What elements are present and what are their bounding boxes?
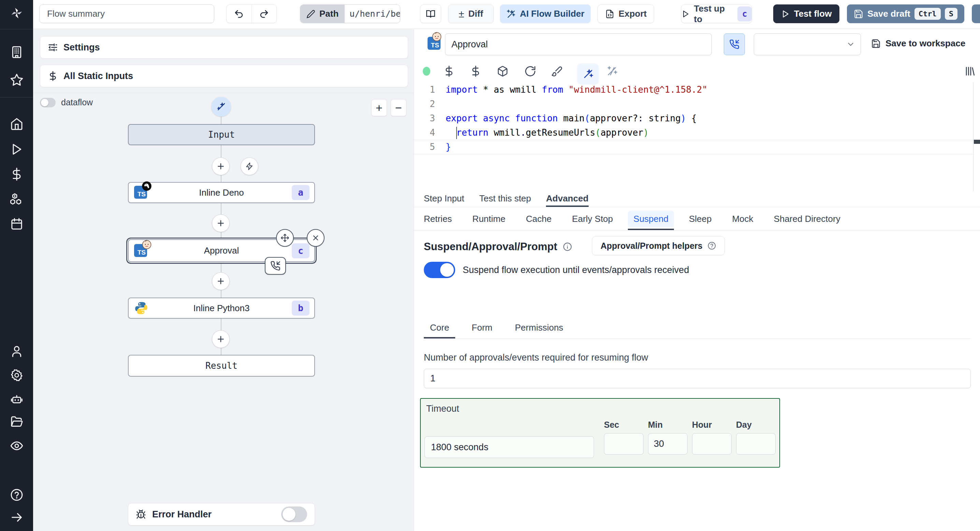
add-step-button[interactable] <box>212 272 230 290</box>
users-person-icon[interactable] <box>10 345 24 358</box>
schedules-calendar-icon[interactable] <box>10 217 24 231</box>
settings-gear-icon[interactable] <box>10 368 24 382</box>
step-name-input[interactable] <box>445 33 712 55</box>
move-icon <box>280 233 290 243</box>
code-line[interactable] <box>445 97 707 111</box>
all-static-inputs-button[interactable]: All Static Inputs <box>40 65 408 87</box>
suspend-subtabs: CoreFormPermissions <box>424 318 971 339</box>
ai-assistant-wand-button[interactable] <box>577 63 599 84</box>
workspace-building-icon[interactable] <box>10 45 24 59</box>
zoom-in-button[interactable]: + <box>371 99 387 116</box>
test-flow-button[interactable]: Test flow <box>773 5 839 23</box>
graph-node-result[interactable]: Result <box>128 355 315 377</box>
docs-book-button[interactable] <box>420 5 441 23</box>
path-value[interactable]: u/henri/bes <box>345 5 400 23</box>
sidebar-divider <box>0 29 33 29</box>
timeout-readable-value[interactable]: 1800 seconds <box>425 436 594 458</box>
ai-graph-wand-button[interactable] <box>211 97 231 117</box>
flow-settings-button[interactable]: Settings <box>40 36 408 59</box>
dataflow-toggle-row: dataflow <box>40 97 93 107</box>
add-step-button[interactable] <box>212 330 230 348</box>
test-up-to-button[interactable]: Test up to c <box>681 5 752 23</box>
ai-flow-builder-button[interactable]: AI Flow Builder <box>500 5 591 23</box>
undo-icon <box>234 9 244 19</box>
package-icon[interactable] <box>497 65 508 77</box>
approval-prompt-helpers-button[interactable]: Approval/Prompt helpers <box>592 236 725 255</box>
delete-step-button[interactable] <box>307 229 325 247</box>
lsp-status-dot <box>423 67 430 76</box>
phone-incoming-icon <box>729 39 740 49</box>
folders-icon[interactable] <box>10 415 24 429</box>
add-trigger-zap-button[interactable] <box>240 157 258 175</box>
redo-button[interactable] <box>252 5 277 23</box>
dataflow-toggle[interactable] <box>40 98 56 107</box>
code-line[interactable]: export async function main(approver?: st… <box>445 111 707 125</box>
graph-node-inline-deno[interactable]: TS Inline Deno a <box>128 182 315 203</box>
diff-button[interactable]: ± Diff <box>448 5 494 23</box>
format-brush-icon[interactable] <box>551 65 563 77</box>
help-icon[interactable] <box>10 488 24 502</box>
script-library-icon[interactable] <box>964 65 975 77</box>
graph-node-input[interactable]: Input <box>128 124 315 145</box>
variables-dollar-icon[interactable] <box>443 65 455 77</box>
timeout-sec-input[interactable] <box>604 433 644 455</box>
error-handler-card[interactable]: Error Handler <box>128 503 315 526</box>
code-line[interactable]: } <box>445 140 707 154</box>
variables-dollar-icon[interactable] <box>10 167 24 181</box>
tab-retries[interactable]: Retries <box>418 207 457 230</box>
expand-sidebar-arrow-icon[interactable] <box>10 510 24 524</box>
home-icon[interactable] <box>10 117 24 131</box>
save-to-workspace-button[interactable]: Save to workspace <box>871 38 965 49</box>
undo-button[interactable] <box>227 5 252 23</box>
code-line[interactable]: return wmill.getResumeUrls(approver) <box>445 125 707 140</box>
code-content[interactable]: import * as wmill from "windmill-client@… <box>445 82 707 154</box>
save-draft-button[interactable]: Save draft Ctrl S <box>847 5 964 23</box>
export-button[interactable]: Export <box>598 5 654 23</box>
windmill-logo-icon[interactable] <box>10 7 24 21</box>
tab-sleep[interactable]: Sleep <box>684 207 717 230</box>
flow-graph-panel: Settings All Static Inputs dataflow + − … <box>33 29 414 531</box>
add-step-button[interactable] <box>212 157 230 175</box>
timeout-day-input[interactable] <box>736 433 776 455</box>
script-version-dropdown[interactable] <box>754 33 861 55</box>
tab-early-stop[interactable]: Early Stop <box>566 207 618 230</box>
resources-dollar-icon[interactable] <box>470 65 482 77</box>
tab-cache[interactable]: Cache <box>520 207 557 230</box>
timeout-hour-input[interactable] <box>692 433 732 455</box>
move-step-button[interactable] <box>276 229 294 247</box>
tab-permissions[interactable]: Permissions <box>509 318 570 338</box>
flow-summary-input[interactable] <box>39 5 214 23</box>
deploy-button-partial[interactable] <box>972 5 980 23</box>
timeout-min-input[interactable] <box>648 433 687 455</box>
tab-step-input[interactable]: Step Input <box>424 191 465 207</box>
timeout-unit-sec: Sec <box>604 420 644 455</box>
graph-node-inline-python3[interactable]: Inline Python3 b <box>128 298 315 319</box>
tab-shared-directory[interactable]: Shared Directory <box>768 207 846 230</box>
suspend-enable-toggle[interactable] <box>424 262 455 278</box>
audit-eye-icon[interactable] <box>10 439 24 453</box>
favorites-star-icon[interactable] <box>10 73 24 87</box>
tab-form[interactable]: Form <box>465 318 498 338</box>
resources-cubes-icon[interactable] <box>10 192 24 206</box>
tab-runtime[interactable]: Runtime <box>467 207 511 230</box>
reload-icon[interactable] <box>525 65 536 77</box>
approvals-count-input[interactable] <box>424 369 971 388</box>
tab-test-this-step[interactable]: Test this step <box>479 191 531 207</box>
error-handler-toggle[interactable] <box>281 506 307 522</box>
tab-core[interactable]: Core <box>424 318 455 338</box>
tab-advanced[interactable]: Advanced <box>546 191 588 207</box>
suspend-phone-toggle-button[interactable] <box>724 33 745 55</box>
magic-wand-icon <box>506 9 515 19</box>
add-step-button[interactable] <box>212 214 230 232</box>
runs-play-icon[interactable] <box>10 143 24 156</box>
code-line[interactable]: import * as wmill from "windmill-client@… <box>445 82 707 97</box>
tab-suspend[interactable]: Suspend <box>628 207 674 230</box>
workers-robot-icon[interactable] <box>10 392 24 406</box>
overview-ruler-mark <box>974 140 980 144</box>
path-button[interactable]: Path <box>300 5 345 23</box>
ai-sparkles-disabled-icon[interactable] <box>606 65 618 77</box>
code-editor[interactable]: 12345 import * as wmill from "windmill-c… <box>414 82 980 191</box>
zoom-out-button[interactable]: − <box>391 99 406 116</box>
info-icon[interactable] <box>563 242 572 252</box>
tab-mock[interactable]: Mock <box>727 207 759 230</box>
